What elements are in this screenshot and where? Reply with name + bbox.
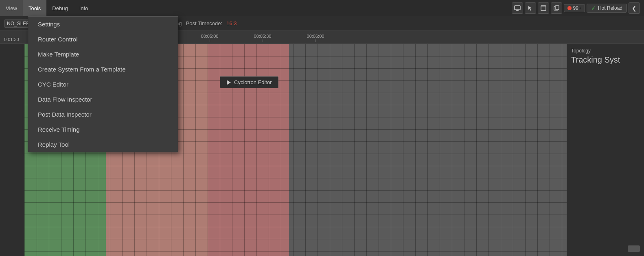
scrollbar-thumb[interactable] [628, 245, 640, 252]
ruler-label-5: 00:06:00 [307, 34, 324, 39]
rec-count: 99+ [573, 5, 581, 11]
cursor-button[interactable] [525, 2, 536, 14]
menu-tools[interactable]: Tools [23, 0, 46, 16]
right-panel: Topology Tracking Syst [567, 44, 644, 256]
menu-info[interactable]: Info [74, 0, 94, 16]
menu-debug[interactable]: Debug [46, 0, 73, 16]
chevron-button[interactable]: ❮ [629, 2, 640, 14]
hot-reload-button[interactable]: ✓ Hot Reload [587, 4, 627, 13]
ruler-tick-3 [210, 39, 210, 42]
rec-dot [567, 6, 572, 10]
post-data-inspector-menu-item[interactable]: Post Data Inspector [28, 107, 178, 122]
window-button[interactable] [538, 2, 549, 14]
ruler-tick-4 [263, 39, 263, 42]
cyclotron-editor-popup[interactable]: Cyclotron Editor [220, 76, 278, 88]
post-timecode-label: Post Timecode: [186, 20, 223, 26]
menu-bar: View Tools Debug Info [0, 0, 644, 16]
chevron-left-icon: ❮ [632, 5, 637, 11]
ruler-mark-4: 00:05:30 [236, 34, 289, 42]
replay-tool-menu-item[interactable]: Replay Tool [28, 137, 178, 152]
settings-menu-item[interactable]: Settings [28, 17, 178, 32]
data-flow-inspector-menu-item[interactable]: Data Flow Inspector [28, 92, 178, 107]
svg-rect-4 [541, 6, 546, 11]
ruler-label-4: 00:05:30 [254, 34, 272, 39]
check-icon: ✓ [591, 5, 596, 11]
topology-label: Topology [571, 48, 640, 54]
menu-view[interactable]: View [0, 0, 23, 16]
tools-dropdown-menu: Settings Router Control Make Template Cr… [28, 16, 178, 152]
svg-marker-3 [528, 6, 532, 11]
svg-rect-0 [515, 6, 520, 10]
tracking-label: Tracking Syst [571, 55, 640, 65]
ruler-label-3: 00:05:00 [201, 34, 219, 39]
monitor-button[interactable] [512, 2, 523, 14]
ruler-mark-3: 00:05:00 [183, 34, 236, 42]
router-control-menu-item[interactable]: Router Control [28, 32, 178, 47]
svg-rect-7 [555, 6, 559, 9]
export-button[interactable] [551, 2, 562, 14]
post-timecode-value: 16:3 [226, 20, 237, 26]
rec-count-badge: 99+ [564, 4, 585, 12]
left-timecode: 0:01:30 [4, 37, 19, 42]
receive-timing-menu-item[interactable]: Receive Timing [28, 122, 178, 137]
make-template-menu-item[interactable]: Make Template [28, 47, 178, 62]
ruler-mark-5: 00:06:00 [289, 34, 342, 42]
create-system-template-menu-item[interactable]: Create System From a Template [28, 62, 178, 77]
left-timecode-panel [0, 44, 24, 256]
cyclotron-label: Cyclotron Editor [234, 79, 272, 85]
hot-reload-label: Hot Reload [598, 5, 622, 11]
ruler-tick-5 [315, 39, 316, 42]
play-icon [227, 80, 231, 85]
cyc-editor-menu-item[interactable]: CYC Editor [28, 77, 178, 92]
toolbar-right: 99+ ✓ Hot Reload ❮ [508, 0, 644, 16]
